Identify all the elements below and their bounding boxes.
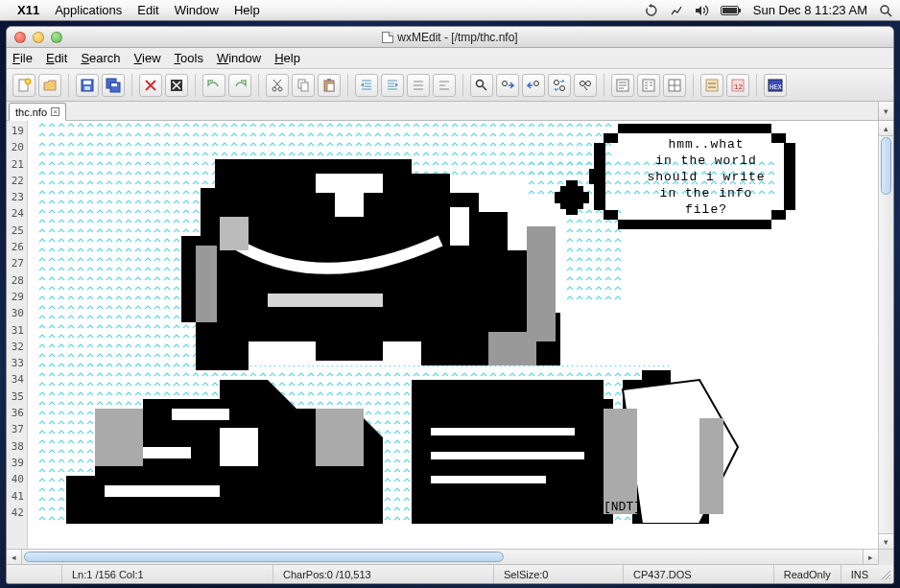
save-button[interactable] bbox=[76, 74, 99, 97]
menubar-applications[interactable]: Applications bbox=[55, 3, 122, 17]
open-file-button[interactable] bbox=[38, 74, 61, 97]
menu-edit[interactable]: Edit bbox=[46, 51, 67, 65]
indent-button[interactable] bbox=[355, 74, 378, 97]
thought-bubble-text: hmm..what in the world should i write in… bbox=[629, 136, 783, 218]
line-number: 33 bbox=[7, 355, 24, 371]
svg-rect-54 bbox=[643, 80, 654, 91]
tab-thc-nfo[interactable]: thc.nfo × bbox=[9, 103, 66, 121]
comment-button[interactable] bbox=[407, 74, 430, 97]
menu-view[interactable]: View bbox=[134, 51, 161, 65]
linenum-button[interactable]: 12 bbox=[726, 74, 749, 97]
tab-dropdown-button[interactable]: ▾ bbox=[878, 102, 893, 120]
scroll-right-arrow-icon[interactable]: ▸ bbox=[863, 550, 878, 564]
replace-button[interactable] bbox=[548, 74, 571, 97]
status-readonly[interactable]: ReadOnly bbox=[774, 565, 841, 583]
line-number: 32 bbox=[7, 339, 24, 355]
svg-rect-106 bbox=[172, 409, 229, 420]
vertical-scroll-thumb[interactable] bbox=[881, 137, 891, 195]
scroll-down-arrow-icon[interactable]: ▾ bbox=[879, 533, 893, 549]
horizontal-scroll-thumb[interactable] bbox=[24, 552, 504, 562]
window-titlebar[interactable]: wxMEdit - [/tmp/thc.nfo] bbox=[7, 27, 893, 48]
copy-button[interactable] bbox=[292, 74, 315, 97]
window-minimize-button[interactable] bbox=[33, 32, 44, 43]
status-insert-mode[interactable]: INS bbox=[841, 565, 878, 583]
column-mode-button[interactable] bbox=[637, 74, 660, 97]
svg-line-42 bbox=[483, 86, 486, 90]
menu-tools[interactable]: Tools bbox=[175, 51, 203, 65]
sync-icon[interactable] bbox=[645, 4, 658, 17]
line-number: 36 bbox=[7, 405, 24, 421]
svg-rect-82 bbox=[618, 220, 771, 229]
resize-grip-icon[interactable] bbox=[878, 569, 893, 580]
svg-line-21 bbox=[273, 80, 280, 87]
find-prev-button[interactable] bbox=[522, 74, 545, 97]
window-zoom-button[interactable] bbox=[51, 32, 62, 43]
status-charpos: CharPos:0 /10,513 bbox=[273, 565, 494, 583]
menu-help[interactable]: Help bbox=[274, 51, 300, 65]
new-file-button[interactable] bbox=[12, 74, 36, 97]
menu-file[interactable]: File bbox=[12, 51, 33, 65]
hex-mode-button[interactable] bbox=[663, 74, 686, 97]
status-selsize: SelSize:0 bbox=[494, 565, 624, 583]
menubar-help[interactable]: Help bbox=[234, 3, 260, 17]
svg-line-20 bbox=[274, 80, 281, 87]
line-number: 26 bbox=[7, 239, 24, 255]
menu-search[interactable]: Search bbox=[81, 51, 120, 65]
battery-icon[interactable] bbox=[721, 5, 742, 16]
cut-button[interactable] bbox=[266, 74, 289, 97]
line-number: 25 bbox=[7, 223, 24, 239]
svg-point-41 bbox=[477, 80, 484, 86]
status-menu-icon[interactable] bbox=[670, 4, 683, 17]
redo-button[interactable] bbox=[228, 74, 251, 97]
macos-menubar: X11 Applications Edit Window Help Sun De… bbox=[0, 0, 900, 21]
horizontal-scrollbar[interactable]: ◂ ▸ bbox=[7, 549, 893, 564]
status-spacer bbox=[7, 565, 62, 583]
hex-toggle-button[interactable]: HEX bbox=[764, 74, 787, 97]
menubar-clock[interactable]: Sun Dec 8 11:23 AM bbox=[753, 3, 867, 17]
tab-close-icon[interactable]: × bbox=[51, 107, 59, 116]
close-file-button[interactable] bbox=[139, 74, 162, 97]
menubar-app-name[interactable]: X11 bbox=[17, 3, 39, 17]
close-all-button[interactable] bbox=[165, 74, 188, 97]
svg-rect-76 bbox=[604, 133, 618, 143]
scroll-up-arrow-icon[interactable]: ▴ bbox=[879, 121, 893, 136]
menubar-edit[interactable]: Edit bbox=[137, 3, 158, 17]
find-next-button[interactable] bbox=[496, 74, 519, 97]
vertical-scrollbar[interactable]: ▴ ▾ bbox=[878, 121, 893, 549]
text-mode-button[interactable] bbox=[611, 74, 634, 97]
find-button[interactable] bbox=[470, 74, 493, 97]
editor-canvas[interactable]: hmm..what in the world should i write in… bbox=[28, 121, 893, 549]
status-bar: Ln:1 /156 Col:1 CharPos:0 /10,513 SelSiz… bbox=[7, 564, 893, 583]
svg-rect-90 bbox=[335, 188, 364, 217]
line-number: 34 bbox=[7, 371, 24, 388]
app-window: wxMEdit - [/tmp/thc.nfo] File Edit Searc… bbox=[6, 26, 894, 584]
document-icon bbox=[382, 32, 393, 43]
svg-rect-25 bbox=[327, 79, 331, 82]
undo-button[interactable] bbox=[202, 74, 225, 97]
find-in-files-button[interactable] bbox=[574, 74, 597, 97]
svg-point-43 bbox=[503, 81, 508, 85]
menubar-window[interactable]: Window bbox=[175, 3, 219, 17]
svg-rect-26 bbox=[327, 83, 334, 91]
save-all-button[interactable] bbox=[102, 74, 125, 97]
line-number: 20 bbox=[7, 139, 24, 155]
line-number: 19 bbox=[7, 123, 24, 139]
uncomment-button[interactable] bbox=[433, 74, 456, 97]
svg-rect-109 bbox=[105, 485, 220, 497]
status-encoding[interactable]: CP437.DOS bbox=[624, 565, 774, 583]
svg-line-49 bbox=[584, 86, 587, 90]
volume-icon[interactable] bbox=[695, 4, 709, 17]
svg-point-44 bbox=[534, 81, 539, 85]
menu-window[interactable]: Window bbox=[217, 51, 261, 65]
outdent-button[interactable] bbox=[381, 74, 404, 97]
wrap-button[interactable] bbox=[700, 74, 723, 97]
scroll-left-arrow-icon[interactable]: ◂ bbox=[7, 550, 22, 564]
line-number: 41 bbox=[7, 488, 24, 505]
svg-rect-23 bbox=[301, 82, 308, 91]
paste-button[interactable] bbox=[318, 74, 341, 97]
status-position: Ln:1 /156 Col:1 bbox=[62, 565, 273, 583]
window-close-button[interactable] bbox=[14, 32, 26, 43]
line-number: 31 bbox=[7, 322, 24, 339]
window-title: wxMEdit - [/tmp/thc.nfo] bbox=[7, 31, 893, 44]
spotlight-icon[interactable] bbox=[879, 4, 892, 17]
